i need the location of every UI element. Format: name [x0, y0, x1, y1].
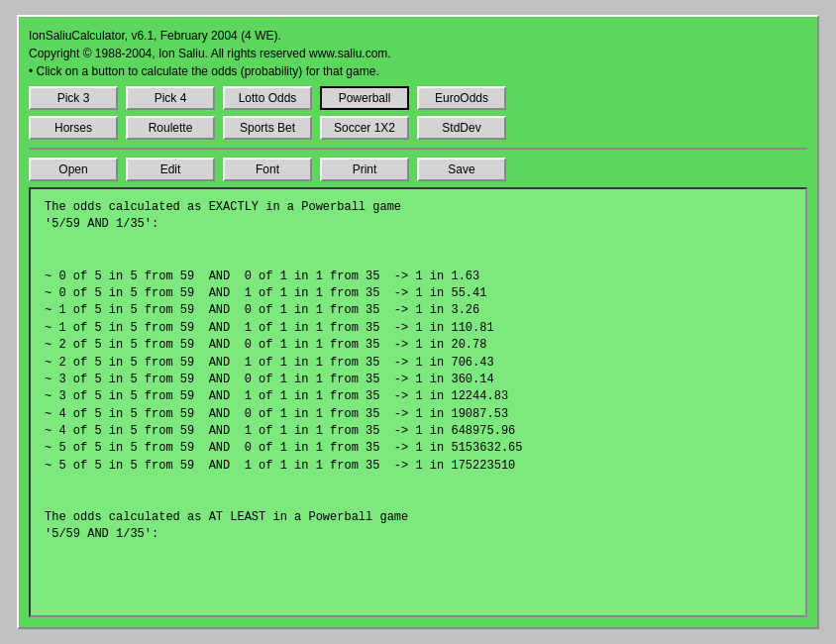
save-button[interactable]: Save	[417, 158, 506, 181]
button-row-2: HorsesRouletteSports BetSoccer 1X2StdDev	[29, 116, 807, 140]
title-line3: • Click on a button to calculate the odd…	[29, 62, 807, 80]
soccer-button[interactable]: Soccer 1X2	[320, 116, 409, 140]
pick4-button[interactable]: Pick 4	[126, 86, 215, 110]
open-button[interactable]: Open	[29, 158, 118, 181]
euro-odds-button[interactable]: EuroOdds	[417, 86, 506, 110]
app-header: IonSaliuCalculator, v6.1, February 2004 …	[29, 27, 807, 80]
font-button[interactable]: Font	[223, 158, 312, 181]
sports-bet-button[interactable]: Sports Bet	[223, 116, 312, 140]
roulette-button[interactable]: Roulette	[126, 116, 215, 140]
print-button[interactable]: Print	[320, 158, 409, 181]
pick3-button[interactable]: Pick 3	[29, 86, 118, 110]
divider-1	[29, 148, 807, 150]
output-scroll-area[interactable]: The odds calculated as EXACTLY in a Powe…	[31, 189, 805, 615]
title-line1: IonSaliuCalculator, v6.1, February 2004 …	[29, 27, 807, 45]
main-window: IonSaliuCalculator, v6.1, February 2004 …	[17, 15, 819, 629]
horses-button[interactable]: Horses	[29, 116, 118, 140]
output-text: The odds calculated as EXACTLY in a Powe…	[45, 199, 791, 544]
powerball-button[interactable]: Powerball	[320, 86, 409, 110]
edit-button[interactable]: Edit	[126, 158, 215, 181]
button-row-3: OpenEditFontPrintSave	[29, 158, 807, 181]
button-row-1: Pick 3Pick 4Lotto OddsPowerballEuroOdds	[29, 86, 807, 110]
lotto-odds-button[interactable]: Lotto Odds	[223, 86, 312, 110]
output-container[interactable]: The odds calculated as EXACTLY in a Powe…	[29, 187, 807, 617]
stddev-button[interactable]: StdDev	[417, 116, 506, 140]
title-line2: Copyright © 1988-2004, Ion Saliu. All ri…	[29, 45, 807, 62]
